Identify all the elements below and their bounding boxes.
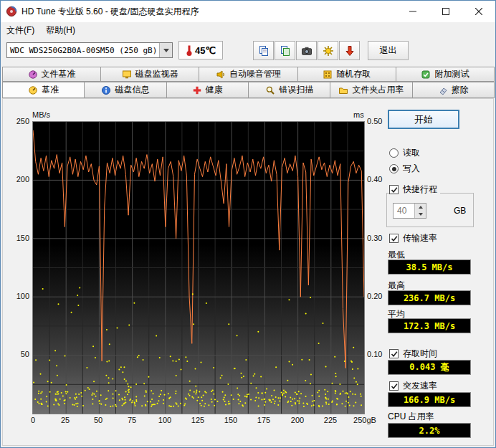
write-radio[interactable]: 写入 [389,163,420,175]
aam-icon [216,70,226,80]
max-value-box: 236.7 MB/s [388,290,471,305]
tab-health[interactable]: 健康 [166,82,249,98]
copy-text-button[interactable] [253,41,274,60]
short-stroke-spinner[interactable]: 40 [393,203,426,219]
menu-bar: 文件(F) 帮助(H) [1,22,495,38]
tab-aam[interactable]: 自动噪音管理 [199,67,297,82]
tab-extra-tests[interactable]: 附加测试 [396,67,495,82]
radio-selected-icon [389,164,399,173]
x-tick: 225 [324,416,337,424]
tab-label: 错误扫描 [279,84,313,96]
app-icon [6,6,17,17]
folder-usage-icon [338,85,348,95]
tab-row-1: 文件基准 磁盘监视器 自动噪音管理 随机存取 附加测试 [2,67,494,82]
x-tick: 125 [191,416,204,424]
tab-label: 磁盘监视器 [135,68,178,80]
save-results-icon [344,45,356,57]
x-tick: 200 [291,416,304,424]
burst-rate-checkbox[interactable]: 突发速率 [389,380,437,392]
tab-label: 自动噪音管理 [229,68,281,80]
close-button[interactable] [462,1,495,22]
drive-select-dropdown-button[interactable] [159,43,172,57]
tab-label: 文件基准 [42,68,76,80]
disk-info-icon [101,85,111,95]
thermometer-icon [186,44,193,57]
spinner-up-button[interactable] [415,204,426,211]
screenshot-icon [301,45,313,57]
tab-erase[interactable]: 擦除 [412,82,495,98]
tab-row-2: 基准 磁盘信息 健康 错误扫描 文件夹占用率 [2,82,494,98]
tab-label: 随机存取 [336,68,371,80]
copy-text-icon [258,45,270,57]
y-left-unit-label: MB/s [32,110,50,119]
chart-canvas [33,122,364,414]
avg-value-box: 172.3 MB/s [388,318,471,333]
menu-file[interactable]: 文件(F) [1,23,40,38]
y-left-tick: 200 [5,175,29,184]
burst-rate-value-box: 166.9 MB/s [388,392,471,407]
tab-disk-monitor[interactable]: 磁盘监视器 [100,67,199,82]
cpu-usage-value-box: 2.2% [388,423,471,438]
short-stroke-checkbox[interactable]: 快捷行程 [389,184,440,196]
screenshot-button[interactable] [296,41,317,60]
checkbox-checked-icon [389,185,399,194]
maximize-button[interactable] [429,1,462,22]
extra-tests-icon [421,70,431,80]
y-right-tick: 0.40 [367,175,391,184]
radio-icon [389,148,399,158]
transfer-rate-label: 传输速率 [403,232,437,244]
hd-tune-window: HD Tune 专业版 5.60 - 硬盘/固态硬盘实用程序 文件(F) 帮助(… [0,0,496,448]
erase-icon [438,85,448,95]
tab-file-benchmark[interactable]: 文件基准 [2,67,101,82]
benchmark-chart [32,121,365,414]
read-radio[interactable]: 读取 [389,147,420,159]
window-title: HD Tune 专业版 5.60 - 硬盘/固态硬盘实用程序 [22,6,199,18]
copy-image-button[interactable] [275,41,295,60]
title-bar: HD Tune 专业版 5.60 - 硬盘/固态硬盘实用程序 [1,1,495,23]
transfer-rate-checkbox[interactable]: 传输速率 [389,232,437,244]
tab-disk-info[interactable]: 磁盘信息 [84,82,166,98]
menu-help[interactable]: 帮助(H) [40,23,81,38]
start-button[interactable]: 开始 [388,110,459,129]
checkbox-checked-icon [389,381,399,391]
exit-button[interactable]: 退出 [368,41,409,60]
temperature-value: 45℃ [195,45,216,56]
tab-label: 磁盘信息 [115,84,149,96]
short-stroke-unit: GB [454,206,466,216]
tab-label: 擦除 [452,84,469,96]
x-tick: 25 [61,416,70,424]
drive-select[interactable]: WDC WDS250G2B0A-00SM50 (250 gB) [6,42,173,58]
tab-error-scan[interactable]: 错误扫描 [248,82,330,98]
short-stroke-label: 快捷行程 [403,184,437,196]
benchmark-icon [28,85,38,95]
tab-random-access[interactable]: 随机存取 [297,67,396,82]
tab-label: 附加测试 [434,68,469,80]
checkbox-checked-icon [389,349,399,358]
min-value-box: 38.5 MB/s [388,259,471,275]
tab-benchmark[interactable]: 基准 [2,82,85,98]
file-benchmark-icon [28,70,38,80]
exit-button-label: 退出 [380,44,397,57]
settings-button[interactable] [318,41,338,60]
chevron-down-icon [163,49,169,52]
x-tick: 75 [128,416,136,424]
spinner-down-button[interactable] [415,211,426,218]
toolbar: WDC WDS250G2B0A-00SM50 (250 gB) 45℃ [1,38,495,65]
access-time-checkbox[interactable]: 存取时间 [389,348,437,360]
y-left-tick: 100 [5,292,29,300]
y-left-tick: 150 [5,234,29,242]
save-results-button[interactable] [339,41,360,60]
read-radio-label: 读取 [403,147,420,159]
x-tick: 0 [31,416,35,424]
chevron-down-icon [419,213,423,216]
y-right-unit-label: ms [353,110,364,119]
burst-rate-label: 突发速率 [403,380,437,392]
x-tick: 100 [158,416,171,424]
short-stroke-value: 40 [394,204,414,218]
minimize-button[interactable] [396,1,429,22]
y-right-tick: 0.30 [367,234,391,242]
settings-icon [323,45,334,57]
tab-folder-usage[interactable]: 文件夹占用率 [330,82,412,98]
chevron-up-icon [419,206,423,209]
random-access-icon [323,70,333,80]
